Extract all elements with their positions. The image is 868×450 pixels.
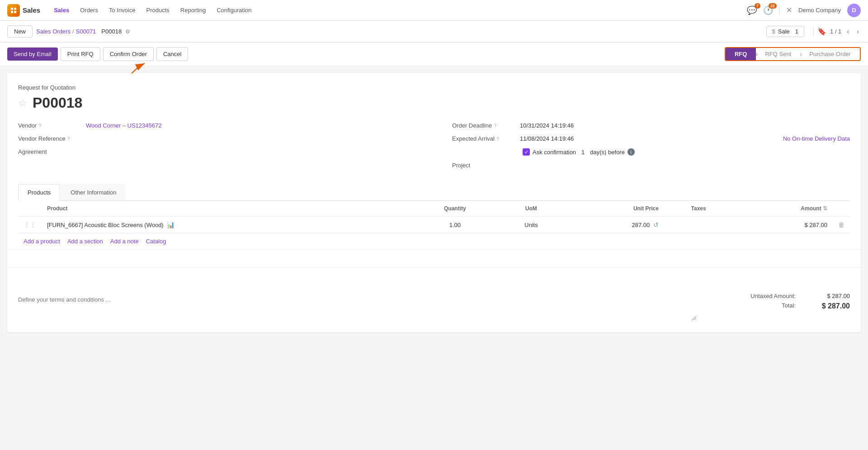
terms-section — [18, 293, 714, 322]
actions-column-header — [833, 201, 850, 217]
activities-badge: 22 — [769, 3, 777, 9]
status-purchase-order[interactable]: Purchase Order — [800, 48, 860, 60]
ask-confirmation-label: Ask confirmation — [533, 149, 576, 156]
table-header-row: Product Quantity UoM Unit Price Taxes Am… — [18, 201, 850, 217]
new-button[interactable]: New — [7, 25, 33, 38]
form-grid: Vendor ? Wood Corner – US12345672 Vendor… — [18, 122, 850, 175]
order-deadline-value[interactable]: 10/31/2024 14:19:46 — [520, 122, 850, 129]
ask-confirmation-checkbox[interactable] — [523, 148, 530, 156]
nav-sales[interactable]: Sales — [49, 5, 74, 15]
pagination-count: 1 / 1 — [830, 28, 841, 35]
confirm-order-button[interactable]: Confirm Order — [103, 47, 154, 61]
amount-cell: $ 287.00 — [733, 217, 833, 233]
forecast-icon[interactable]: 📊 — [167, 221, 175, 228]
breadcrumb: Sales Orders / S00071 P00018 ⚙ — [36, 28, 130, 35]
sale-count: 1 — [795, 28, 798, 35]
breadcrumb-separator: / — [72, 28, 74, 35]
project-label: Project — [452, 162, 520, 169]
agreement-label: Agreement — [18, 148, 86, 155]
no-ontime-delivery-link[interactable]: No On-time Delivery Data — [783, 135, 850, 142]
nav-reporting[interactable]: Reporting — [176, 5, 210, 15]
delete-row-icon[interactable]: 🗑 — [838, 221, 844, 228]
app-name: Sales — [23, 6, 40, 14]
product-name-cell[interactable]: [FURN_6667] Acoustic Bloc Screens (Wood)… — [42, 217, 411, 233]
activities-button[interactable]: 🕐 22 — [763, 5, 773, 15]
vendor-row: Vendor ? Wood Corner – US12345672 — [18, 122, 416, 129]
terms-textarea[interactable] — [18, 293, 696, 320]
vendor-ref-row: Vendor Reference ? — [18, 135, 416, 142]
add-section-link[interactable]: Add a section — [67, 238, 103, 245]
breadcrumb-order-id[interactable]: S00071 — [76, 28, 96, 35]
nav-products[interactable]: Products — [142, 5, 174, 15]
section-divider-2 — [7, 267, 861, 285]
top-nav: Sales Sales Orders To Invoice Products R… — [0, 0, 868, 21]
order-deadline-row: Order Deadline ? 10/31/2024 14:19:46 — [452, 122, 850, 129]
cancel-button[interactable]: Cancel — [156, 47, 188, 61]
total-row: Total: $ 287.00 — [714, 302, 850, 310]
company-name: Demo Company — [798, 7, 841, 14]
reset-price-icon[interactable]: ↺ — [653, 221, 659, 228]
totals-section: Untaxed Amount: $ 287.00 Total: $ 287.00 — [714, 293, 850, 310]
next-record-button[interactable]: › — [855, 27, 861, 37]
divider — [813, 27, 814, 36]
svg-rect-2 — [11, 11, 13, 13]
document-number: P00018 — [33, 95, 82, 111]
prev-record-button[interactable]: ‹ — [845, 27, 851, 37]
unit-price-column-header: Unit Price — [563, 201, 664, 217]
expected-arrival-row: Expected Arrival ? 11/08/2024 14:19:46 N… — [452, 135, 850, 142]
vendor-help-icon[interactable]: ? — [38, 123, 41, 128]
drag-column-header — [18, 201, 42, 217]
add-product-link[interactable]: Add a product — [24, 238, 60, 245]
breadcrumb-sales-orders[interactable]: Sales Orders — [36, 28, 71, 35]
print-rfq-button[interactable]: Print RFQ — [61, 47, 100, 61]
catalog-link[interactable]: Catalog — [146, 238, 166, 245]
form-right: Order Deadline ? 10/31/2024 14:19:46 Exp… — [434, 122, 850, 175]
expected-arrival-value[interactable]: 11/08/2024 14:19:46 — [520, 135, 783, 142]
info-icon[interactable]: i — [627, 148, 635, 156]
tab-other-info[interactable]: Other Information — [61, 184, 126, 200]
tabs: Products Other Information — [18, 184, 850, 201]
order-deadline-help-icon[interactable]: ? — [494, 123, 496, 128]
status-rfq[interactable]: RFQ — [726, 48, 756, 60]
drag-handle-icon[interactable]: ⋮⋮ — [24, 221, 36, 228]
vendor-label: Vendor ? — [18, 122, 86, 129]
nav-orders[interactable]: Orders — [75, 5, 103, 15]
vendor-value[interactable]: Wood Corner – US12345672 — [86, 122, 416, 129]
vendor-ref-help-icon[interactable]: ? — [67, 136, 70, 142]
divider — [779, 6, 780, 15]
vendor-ref-label: Vendor Reference ? — [18, 135, 86, 142]
status-rfq-sent[interactable]: RFQ Sent — [756, 48, 800, 60]
favorite-star-icon[interactable]: ☆ — [18, 97, 27, 109]
send-email-button[interactable]: Send by Email — [7, 47, 58, 61]
products-table: Product Quantity UoM Unit Price Taxes Am… — [18, 201, 850, 233]
taxes-cell[interactable] — [664, 217, 733, 233]
bookmark-button[interactable]: 🔖 — [817, 27, 826, 36]
form-left: Vendor ? Wood Corner – US12345672 Vendor… — [18, 122, 434, 175]
ask-confirmation-days[interactable]: 1 — [581, 149, 585, 156]
drag-handle-cell: ⋮⋮ — [18, 217, 42, 233]
sale-info-badge[interactable]: $ Sale 1 — [766, 26, 805, 37]
untaxed-amount-value: $ 287.00 — [814, 293, 850, 299]
main-content: Request for Quotation ☆ P00018 Vendor ? … — [7, 73, 861, 332]
settings-icon[interactable]: ✕ — [786, 6, 792, 14]
svg-rect-0 — [11, 8, 13, 10]
user-avatar[interactable]: D — [847, 4, 861, 17]
notifications-button[interactable]: 💬 7 — [747, 5, 757, 15]
uom-column-header: UoM — [499, 201, 563, 217]
nav-to-invoice[interactable]: To Invoice — [104, 5, 140, 15]
sale-label: Sale — [778, 28, 790, 35]
add-note-link[interactable]: Add a note — [110, 238, 139, 245]
order-deadline-label: Order Deadline ? — [452, 122, 520, 129]
tab-products[interactable]: Products — [18, 184, 60, 201]
expected-arrival-help-icon[interactable]: ? — [496, 136, 499, 142]
total-value: $ 287.00 — [814, 302, 850, 310]
amount-sort-icon[interactable]: ⇅ — [823, 205, 827, 212]
unit-price-cell[interactable]: 287.00 ↺ — [563, 217, 664, 233]
table-row: ⋮⋮ [FURN_6667] Acoustic Bloc Screens (Wo… — [18, 217, 850, 233]
uom-cell[interactable]: Units — [499, 217, 563, 233]
app-logo[interactable]: Sales — [7, 4, 40, 17]
quantity-cell[interactable]: 1.00 — [411, 217, 499, 233]
breadcrumb-current: P00018 — [101, 28, 122, 35]
nav-configuration[interactable]: Configuration — [212, 5, 256, 15]
settings-gear-icon[interactable]: ⚙ — [125, 28, 130, 35]
